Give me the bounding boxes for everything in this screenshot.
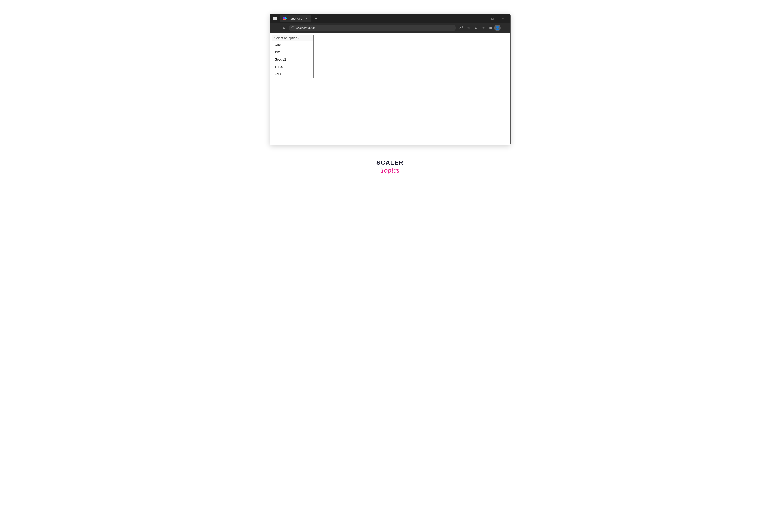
browser-window: ⬜ React App ✕ + — □ ✕ ← ↻ ⓘ localhost:30… (270, 14, 510, 145)
option-two[interactable]: Two (273, 48, 313, 56)
address-field[interactable]: ⓘ localhost:3000 (289, 25, 456, 31)
tab-title: React App (289, 17, 302, 20)
profile-icon[interactable]: 👤 (494, 25, 501, 31)
title-bar: ⬜ React App ✕ + — □ ✕ (270, 14, 510, 23)
tab-favicon (283, 17, 287, 20)
scaler-brand-bottom: Topics (381, 166, 399, 174)
page-body: Select an option - One Two Group1 Three … (270, 33, 510, 81)
select-options-list[interactable]: One Two Group1 Three Four (273, 41, 313, 78)
window-controls: — □ ✕ (477, 14, 508, 23)
title-bar-left: ⬜ React App ✕ + (272, 15, 320, 22)
browser-tab[interactable]: React App ✕ (280, 15, 311, 22)
address-bar: ← ↻ ⓘ localhost:3000 𝐀⁺ ☆ ↻ ☆ ⊞ 👤 ··· (270, 23, 510, 33)
select-placeholder: Select an option - (274, 36, 299, 40)
read-aloud-icon[interactable]: 𝐀⁺ (457, 25, 465, 31)
new-tab-button[interactable]: + (312, 16, 320, 21)
option-three[interactable]: Three (273, 63, 313, 70)
option-one[interactable]: One (273, 41, 313, 48)
window-icon: ⬜ (272, 16, 279, 20)
optgroup-group1: Group1 (273, 56, 313, 63)
page-outer: ⬜ React App ✕ + — □ ✕ ← ↻ ⓘ localhost:30… (0, 0, 780, 532)
tab-close-button[interactable]: ✕ (304, 16, 308, 21)
maximize-button[interactable]: □ (487, 14, 498, 23)
close-button[interactable]: ✕ (498, 14, 508, 23)
select-header[interactable]: Select an option - (273, 35, 313, 41)
minimize-button[interactable]: — (477, 14, 487, 23)
toolbar-icons: 𝐀⁺ ☆ ↻ ☆ ⊞ 👤 ··· (457, 25, 508, 31)
back-button[interactable]: ← (272, 25, 279, 31)
select-container[interactable]: Select an option - One Two Group1 Three … (272, 35, 313, 78)
favorites-icon[interactable]: ☆ (465, 25, 472, 31)
collection-icon[interactable]: ⊞ (487, 25, 494, 31)
scaler-logo: SCALER Topics (376, 159, 404, 174)
lock-icon: ⓘ (292, 26, 294, 30)
refresh-button[interactable]: ↻ (281, 25, 287, 31)
more-options-button[interactable]: ··· (501, 25, 508, 31)
scaler-brand-top: SCALER (376, 159, 404, 166)
option-four[interactable]: Four (273, 70, 313, 78)
refresh-icon2[interactable]: ↻ (473, 25, 479, 31)
browser-content: Select an option - One Two Group1 Three … (270, 33, 510, 145)
url-text: localhost:3000 (296, 26, 315, 30)
star-icon[interactable]: ☆ (480, 25, 487, 31)
